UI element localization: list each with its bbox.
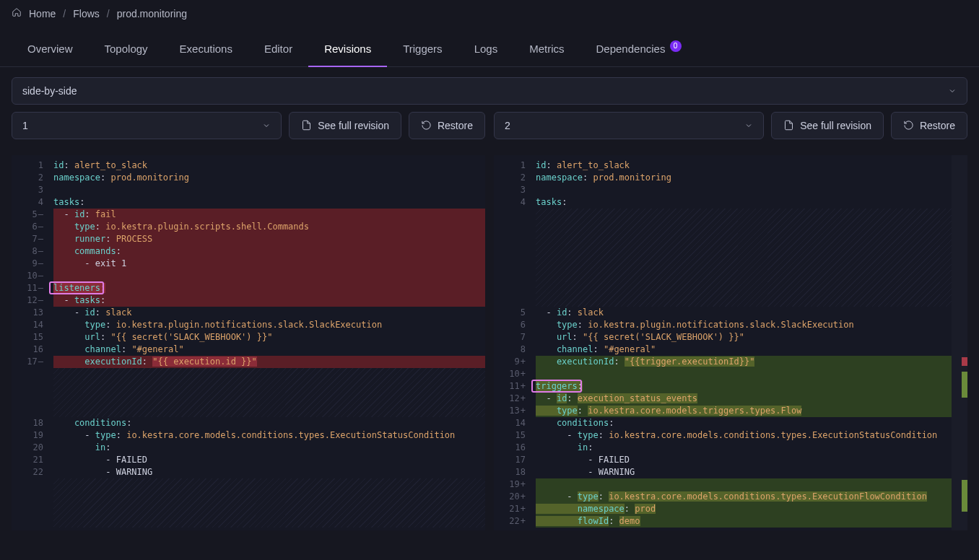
- tab-triggers[interactable]: Triggers: [387, 32, 458, 66]
- restore-icon: [903, 120, 914, 131]
- right-controls: 2 See full revision Restore: [494, 112, 967, 139]
- home-icon[interactable]: [12, 7, 22, 19]
- right-gutter: 1234 5678 9 10 111213 1415161718 1920212…: [494, 155, 530, 530]
- tabs: Overview Topology Executions Editor Revi…: [0, 32, 979, 67]
- right-diff-pane[interactable]: 1234 5678 9 10 111213 1415161718 1920212…: [494, 155, 967, 530]
- tab-editor[interactable]: Editor: [248, 32, 308, 66]
- breadcrumb-separator: /: [63, 8, 66, 19]
- right-restore-label: Restore: [920, 120, 955, 131]
- left-gutter: 1234 5678910 1112 13141516 17 1819202122: [12, 155, 48, 530]
- right-minimap[interactable]: [952, 155, 967, 530]
- right-revision-value: 2: [505, 120, 510, 131]
- chevron-down-icon: [262, 121, 271, 130]
- diff-mode-value: side-by-side: [22, 85, 77, 97]
- tab-dependencies-label: Dependencies: [596, 43, 666, 55]
- chevron-down-icon: [744, 121, 753, 130]
- right-revision-select[interactable]: 2: [494, 112, 764, 139]
- left-revision-select[interactable]: 1: [12, 112, 282, 139]
- breadcrumb-current: prod.monitoring: [117, 8, 187, 19]
- left-revision-value: 1: [22, 120, 28, 131]
- right-restore-button[interactable]: Restore: [891, 112, 967, 139]
- breadcrumb-flows[interactable]: Flows: [73, 8, 100, 19]
- breadcrumb: Home / Flows / prod.monitoring: [0, 0, 979, 27]
- tab-overview[interactable]: Overview: [12, 32, 89, 66]
- tab-dependencies[interactable]: Dependencies 0: [580, 32, 697, 66]
- left-diff-pane[interactable]: 1234 5678910 1112 13141516 17 1819202122…: [12, 155, 485, 530]
- left-see-full-label: See full revision: [318, 120, 389, 131]
- left-highlight: [49, 281, 104, 294]
- left-restore-label: Restore: [438, 120, 473, 131]
- tab-logs[interactable]: Logs: [458, 32, 514, 66]
- breadcrumb-home[interactable]: Home: [29, 8, 56, 19]
- diff-mode-select[interactable]: side-by-side: [12, 77, 967, 105]
- file-icon: [783, 120, 794, 131]
- left-controls: 1 See full revision Restore: [12, 112, 485, 139]
- left-restore-button[interactable]: Restore: [409, 112, 485, 139]
- left-code: id: alert_to_slack namespace: prod.monit…: [48, 155, 485, 528]
- tab-revisions[interactable]: Revisions: [308, 32, 387, 66]
- file-icon: [301, 120, 312, 131]
- tab-metrics[interactable]: Metrics: [513, 32, 580, 66]
- left-see-full-button[interactable]: See full revision: [289, 112, 401, 139]
- breadcrumb-separator: /: [107, 8, 110, 19]
- tab-topology[interactable]: Topology: [89, 32, 164, 66]
- dependencies-badge: 0: [670, 40, 682, 52]
- right-see-full-label: See full revision: [800, 120, 871, 131]
- right-code: id: alert_to_slack namespace: prod.monit…: [530, 155, 967, 528]
- tab-executions[interactable]: Executions: [164, 32, 248, 66]
- chevron-down-icon: [948, 87, 957, 95]
- right-see-full-button[interactable]: See full revision: [771, 112, 884, 139]
- right-highlight: [531, 380, 582, 393]
- restore-icon: [421, 120, 432, 131]
